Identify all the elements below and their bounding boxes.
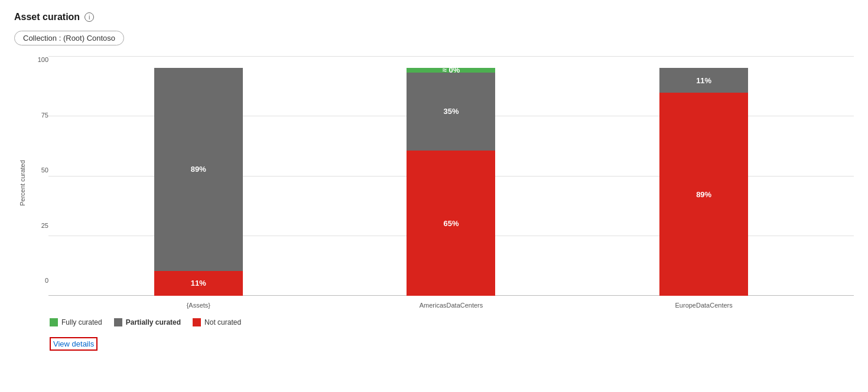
y-tick-100: 100 (38, 56, 48, 63)
y-axis-label: Percent curated (19, 160, 26, 206)
chart-container: Percent curated 0255075100 11%89%65%35%≈… (14, 56, 854, 310)
y-axis-label-wrapper: Percent curated (14, 56, 31, 310)
y-axis-ticks: 0255075100 (31, 56, 48, 298)
legend-item-full: Fully curated (50, 318, 102, 326)
y-tick-25: 25 (41, 222, 48, 229)
bar-segment-1-partial: 35% (407, 73, 495, 151)
bars-row: 11%89%65%35%≈ 0%89%11% (48, 56, 854, 296)
bar-segment-1-full: ≈ 0% (407, 68, 495, 73)
bar-stack-2: 89%11% (659, 68, 748, 296)
view-details-link[interactable]: View details (50, 337, 97, 351)
legend-item-partial: Partially curated (114, 318, 181, 326)
bar-segment-0-not-curated: 11% (154, 271, 243, 296)
bar-group-0: 11%89% (148, 68, 249, 296)
bar-segment-2-partial: 11% (659, 68, 748, 93)
bar-stack-0: 11%89% (154, 68, 243, 296)
y-tick-75: 75 (41, 112, 48, 119)
legend-swatch-full (50, 318, 58, 326)
bar-group-1: 65%35%≈ 0% (401, 68, 501, 296)
x-label-0: {Assets} (148, 302, 249, 309)
info-icon[interactable]: i (84, 12, 94, 22)
bar-segment-2-not-curated: 89% (659, 93, 748, 296)
page-title-row: Asset curation i (14, 12, 854, 22)
chart-inner: 11%89%65%35%≈ 0%89%11% {Assets}AmericasD… (48, 56, 854, 310)
legend-label-full: Fully curated (61, 318, 102, 326)
bar-segment-0-partial: 89% (154, 68, 243, 271)
legend-label-not-curated: Not curated (204, 318, 241, 326)
bar-segment-1-not-curated: 65% (407, 151, 495, 296)
page-title: Asset curation (14, 12, 80, 22)
x-label-2: EuropeDataCenters (654, 302, 754, 309)
bar-stack-1: 65%35%≈ 0% (407, 68, 495, 296)
legend-swatch-not-curated (193, 318, 201, 326)
legend-swatch-partial (114, 318, 122, 326)
legend: Fully curatedPartially curatedNot curate… (50, 318, 854, 326)
y-tick-50: 50 (41, 166, 48, 174)
collection-filter-button[interactable]: Collection : (Root) Contoso (14, 31, 124, 45)
x-label-1: AmericasDataCenters (401, 302, 501, 309)
legend-label-partial: Partially curated (126, 318, 181, 326)
legend-item-not-curated: Not curated (193, 318, 241, 326)
bar-group-2: 89%11% (654, 68, 754, 296)
x-axis-labels: {Assets}AmericasDataCentersEuropeDataCen… (48, 302, 854, 309)
